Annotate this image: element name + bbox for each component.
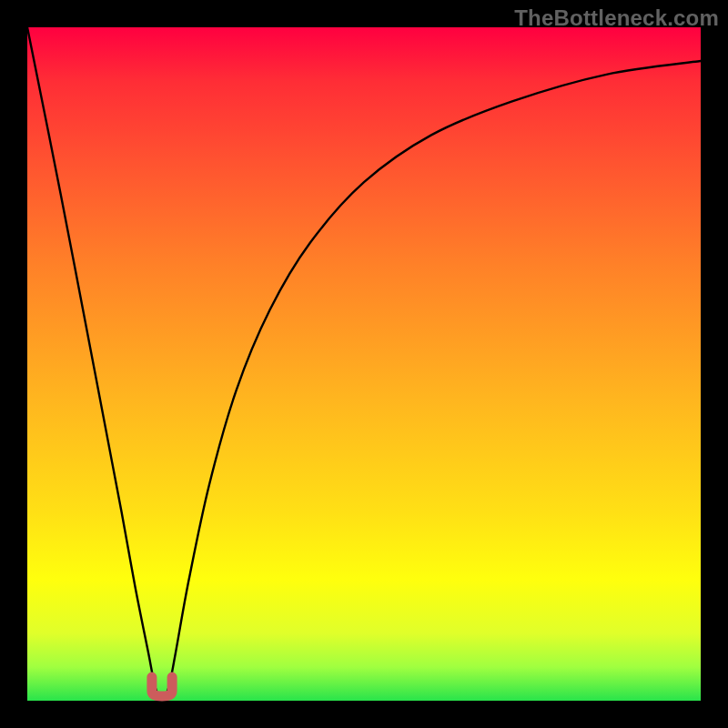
chart-frame: TheBottleneck.com bbox=[0, 0, 728, 728]
watermark-text: TheBottleneck.com bbox=[514, 5, 719, 31]
bottleneck-curve bbox=[27, 27, 701, 701]
curve-layer bbox=[27, 27, 701, 701]
plot-area bbox=[27, 27, 701, 701]
optimum-marker bbox=[152, 677, 172, 696]
